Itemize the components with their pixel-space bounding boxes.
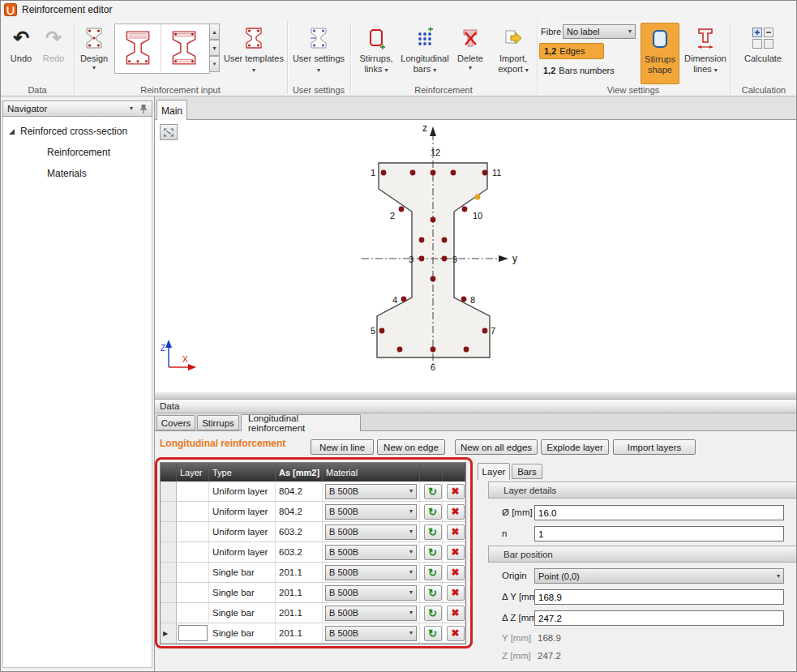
zoom-extents-button[interactable]	[160, 124, 178, 140]
n-input[interactable]	[534, 526, 784, 541]
rebar-dot[interactable]	[419, 238, 425, 243]
navigator-header[interactable]: Navigator ▾	[2, 101, 152, 117]
delete-row-button[interactable]: ✖	[447, 565, 465, 580]
rebar-dot[interactable]	[381, 170, 387, 176]
rebar-dot[interactable]	[397, 347, 403, 353]
calculate-button[interactable]: Calculate	[735, 23, 791, 83]
tab-covers[interactable]: Covers	[156, 415, 195, 430]
row-selector[interactable]	[161, 542, 177, 562]
rebar-dot[interactable]	[482, 170, 488, 176]
rebar-dot[interactable]	[442, 256, 448, 262]
new-on-all-edges-button[interactable]: New on all edges	[455, 439, 538, 455]
rebar-dot[interactable]	[431, 276, 436, 282]
layer-cell[interactable]	[178, 625, 208, 641]
design-button[interactable]: Design ▾	[75, 23, 113, 83]
row-selector[interactable]	[161, 502, 177, 521]
layer-cell[interactable]	[177, 542, 209, 562]
template-thumbnail-1[interactable]	[115, 24, 161, 71]
material-select[interactable]: B 500B▾	[325, 545, 417, 560]
tab-main[interactable]: Main	[156, 100, 187, 121]
tab-bars[interactable]: Bars	[512, 464, 542, 479]
material-select[interactable]: B 500B▾	[325, 524, 417, 540]
refresh-row-button[interactable]: ↻	[424, 504, 442, 520]
delete-row-button[interactable]: ✖	[447, 626, 465, 641]
layer-cell[interactable]	[177, 522, 209, 541]
tree-expander-icon[interactable]	[8, 128, 15, 135]
horizontal-splitter[interactable]	[155, 392, 797, 399]
pin-icon[interactable]	[139, 104, 148, 114]
rebar-dot[interactable]	[379, 328, 385, 334]
undo-button[interactable]: ↶ Undo	[5, 23, 37, 83]
refresh-row-button[interactable]: ↻	[424, 626, 442, 641]
user-settings-button[interactable]: User settings ▾	[290, 23, 347, 83]
rebar-dot[interactable]	[431, 217, 436, 223]
rebar-dot[interactable]	[442, 238, 448, 243]
table-row[interactable]: Uniform layer804.2B 500B▾↻✖	[161, 482, 465, 502]
explode-layer-button[interactable]: Explode layer	[541, 439, 609, 455]
delta-z-input[interactable]	[534, 610, 784, 626]
new-on-edge-button[interactable]: New on edge	[377, 439, 445, 455]
refresh-row-button[interactable]: ↻	[424, 545, 442, 560]
rebar-dot[interactable]	[482, 328, 488, 334]
material-select[interactable]: B 500B▾	[325, 626, 417, 641]
refresh-row-button[interactable]: ↻	[424, 484, 442, 499]
material-select[interactable]: B 500B▾	[325, 484, 417, 499]
chevron-down-icon[interactable]: ▾	[130, 105, 133, 112]
rebar-dot[interactable]	[462, 207, 468, 212]
gallery-down-button[interactable]: ▼	[209, 40, 220, 56]
layer-cell[interactable]	[177, 603, 209, 623]
delta-y-input[interactable]	[534, 589, 784, 605]
row-selector[interactable]	[161, 522, 177, 541]
table-row[interactable]: Uniform layer603.2B 500B▾↻✖	[161, 522, 465, 542]
rebar-dot[interactable]	[419, 256, 425, 262]
rebar-dot[interactable]	[461, 297, 467, 302]
tab-longitudinal-reinforcement[interactable]: Longitudinal reinforcement	[241, 414, 361, 431]
template-thumbnail-2[interactable]	[161, 24, 207, 71]
rebar-dot[interactable]	[401, 297, 407, 302]
layer-cell[interactable]	[177, 502, 209, 521]
row-selector[interactable]	[161, 563, 177, 582]
new-in-line-button[interactable]: New in line	[311, 439, 374, 455]
table-row[interactable]: Single bar201.1B 500B▾↻✖	[161, 603, 465, 623]
delete-row-button[interactable]: ✖	[447, 585, 465, 601]
refresh-row-button[interactable]: ↻	[424, 606, 442, 621]
edges-toggle[interactable]: 1,2 Edges	[539, 43, 604, 59]
import-export-button[interactable]: Import, export ▾	[491, 23, 535, 83]
rebar-dot[interactable]	[464, 347, 469, 353]
material-select[interactable]: B 500B▾	[325, 565, 417, 580]
row-selector[interactable]	[161, 482, 177, 501]
redo-button[interactable]: ↷ Redo	[38, 23, 69, 83]
drawing-canvas[interactable]: z y 111122103948576 Z X	[155, 120, 797, 392]
origin-select[interactable]: Point (0,0) ▾	[534, 568, 784, 584]
import-layers-button[interactable]: Import layers	[613, 439, 696, 455]
diameter-input[interactable]	[534, 505, 784, 520]
rebar-dot[interactable]	[399, 207, 405, 212]
layer-cell[interactable]	[177, 563, 209, 582]
fibre-select[interactable]: No label ▾	[563, 24, 636, 39]
user-templates-button[interactable]: User templates ▾	[221, 23, 286, 83]
material-select[interactable]: B 500B▾	[325, 585, 417, 601]
delete-row-button[interactable]: ✖	[447, 524, 465, 540]
rebar-dot[interactable]	[431, 170, 436, 176]
row-selector[interactable]	[161, 603, 177, 623]
gallery-expand-button[interactable]: ▾	[209, 56, 220, 72]
material-select[interactable]: B 500B▾	[325, 606, 417, 621]
bars-numbers-toggle[interactable]: 1,2 Bars numbers	[539, 62, 636, 79]
refresh-row-button[interactable]: ↻	[424, 585, 442, 601]
rebar-dot[interactable]	[410, 170, 416, 176]
gallery-up-button[interactable]: ▲	[209, 24, 220, 40]
tree-item-reinforcement[interactable]: Reinforcement	[47, 144, 110, 161]
tree-item-materials[interactable]: Materials	[47, 165, 87, 182]
stirrups-links-button[interactable]: Stirrups, links ▾	[354, 23, 399, 83]
longitudinal-bars-button[interactable]: Longitudinal bars ▾	[401, 23, 449, 83]
delete-row-button[interactable]: ✖	[447, 606, 465, 621]
stirrups-shape-button[interactable]: Stirrups shape	[641, 23, 679, 84]
rebar-dot[interactable]	[451, 170, 456, 176]
tree-item-reinforced-cross-section[interactable]: Reinforced cross-section	[8, 123, 127, 139]
row-selector[interactable]: ▶	[161, 623, 177, 643]
tab-layer[interactable]: Layer	[478, 463, 510, 480]
table-row[interactable]: Uniform layer603.2B 500B▾↻✖	[161, 542, 465, 563]
material-select[interactable]: B 500B▾	[325, 504, 417, 520]
rebar-dot[interactable]	[475, 195, 481, 200]
table-row[interactable]: Single bar201.1B 500B▾↻✖	[161, 563, 465, 583]
